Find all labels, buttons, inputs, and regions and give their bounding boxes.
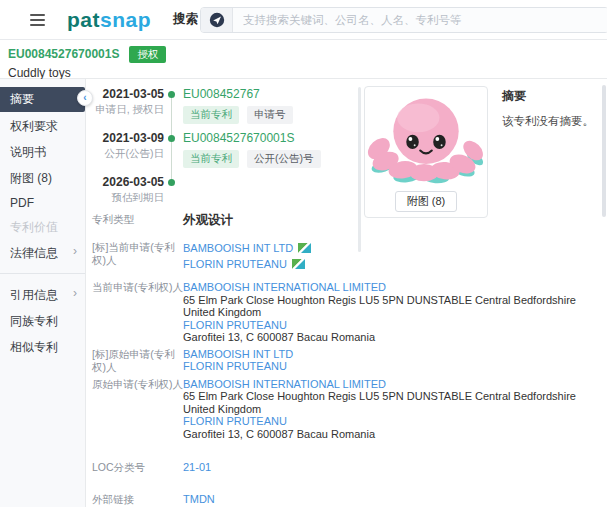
sidebar-item-label: 专利价值 xyxy=(10,220,58,234)
applicant-link[interactable]: BAMBOOISH INT LTD xyxy=(183,348,293,360)
search-input[interactable] xyxy=(233,8,607,32)
address-line: 65 Elm Park Close Houghton Regis LU5 5PN… xyxy=(183,294,576,307)
octopus-plush-image xyxy=(365,89,487,189)
sidebar-divider xyxy=(0,273,85,274)
collapse-sidebar-button[interactable]: ‹ xyxy=(77,90,93,106)
body: 摘要权利要求说明书附图 (8)PDF专利价值法律信息›引用信息›同族专利相似专利… xyxy=(0,79,607,507)
event-badge: 当前专利 xyxy=(183,150,239,168)
field-patent-type: 专利类型 外观设计 xyxy=(92,213,607,227)
original-applicant-std-value: BAMBOOISH INT LTDFLORIN PRUTEANU xyxy=(183,348,293,374)
field-label: 当前申请(专利权)人 xyxy=(92,281,183,344)
event-date: 2021-03-05 xyxy=(92,87,164,102)
bib-fields: 专利类型 外观设计 [标]当前申请(专利权)人 BAMBOOISH INT LT… xyxy=(86,213,607,506)
patent-number: EU0084527670001S xyxy=(8,47,119,61)
patsnap-patent-detail-page: patsnap 搜索 工作空间 EU0084527670001S 授权 Cudd… xyxy=(0,0,607,507)
company-flag-icon xyxy=(292,258,305,273)
sidebar-list: 摘要权利要求说明书附图 (8)PDF专利价值法律信息›引用信息›同族专利相似专利 xyxy=(0,87,85,359)
applicant-link[interactable]: FLORIN PRUTEANU xyxy=(183,258,287,270)
applicant-link[interactable]: BAMBOOISH INTERNATIONAL LIMITED xyxy=(183,378,386,390)
timeline-event: 2021-03-09公开(公告)日EU0084527670001S当前专利公开(… xyxy=(92,131,607,171)
sidebar-item-[interactable]: 说明书 xyxy=(0,141,85,164)
address-text: United Kingdom xyxy=(183,403,261,415)
patent-drawing-card[interactable]: 附图 (8) xyxy=(364,86,488,218)
sidebar-item-pdf[interactable]: PDF xyxy=(0,193,85,213)
logo-snap: snap xyxy=(100,8,151,31)
nav-search[interactable]: 搜索 xyxy=(173,11,198,28)
event-date-label: 预估到期日 xyxy=(92,190,164,205)
event-date: 2026-03-05 xyxy=(92,175,164,190)
page-scrollbar[interactable] xyxy=(602,85,606,217)
sidebar-item-[interactable]: 权利要求 xyxy=(0,115,85,138)
sidebar-item-label: 说明书 xyxy=(10,145,46,159)
event-badge: 申请号 xyxy=(247,106,293,124)
drawings-button[interactable]: 附图 (8) xyxy=(395,191,458,212)
applicant-link[interactable]: FLORIN PRUTEANU xyxy=(183,415,287,427)
field-label: 原始申请(专利权)人 xyxy=(92,378,183,441)
field-label: LOC分类号 xyxy=(92,461,183,474)
abstract-text: 该专利没有摘要。 xyxy=(502,114,607,129)
event-date: 2021-03-09 xyxy=(92,131,164,146)
applicant-link-line: BAMBOOISH INT LTD xyxy=(183,241,311,257)
field-external-link: 外部链接 TMDN xyxy=(92,493,607,506)
field-current-applicant: 当前申请(专利权)人 BAMBOOISH INTERNATIONAL LIMIT… xyxy=(92,281,607,344)
sidebar-item-[interactable]: 同族专利 xyxy=(0,310,85,333)
applicant-link-line: FLORIN PRUTEANU xyxy=(183,257,311,273)
applicant-link-line: BAMBOOISH INT LTD xyxy=(183,348,293,361)
sidebar: 摘要权利要求说明书附图 (8)PDF专利价值法律信息›引用信息›同族专利相似专利… xyxy=(0,79,86,507)
logo-pat: pat xyxy=(67,8,100,31)
abstract-title: 摘要 xyxy=(502,88,607,105)
patent-type-value: 外观设计 xyxy=(183,213,233,227)
sidebar-item-label: 同族专利 xyxy=(10,314,58,328)
timeline-dot xyxy=(168,179,175,186)
address-line: 65 Elm Park Close Houghton Regis LU5 5PN… xyxy=(183,390,576,403)
applicant-link-line: FLORIN PRUTEANU xyxy=(183,319,576,332)
timeline-dot xyxy=(168,135,175,142)
event-patent-number[interactable]: EU008452767 xyxy=(183,87,301,102)
status-badge: 授权 xyxy=(129,46,166,63)
applicant-link[interactable]: BAMBOOISH INT LTD xyxy=(183,242,293,254)
address-text: United Kingdom xyxy=(183,306,261,318)
field-loc-class: LOC分类号 21-01 xyxy=(92,461,607,474)
external-link-tmdn[interactable]: TMDN xyxy=(183,493,215,505)
company-flag-icon xyxy=(298,242,311,257)
global-search-bar xyxy=(200,7,607,33)
fields-pane-scrollbar[interactable] xyxy=(358,87,361,252)
address-line: Garofitei 13, C 600087 Bacau Romania xyxy=(183,331,576,344)
sidebar-item-label: 法律信息 xyxy=(10,246,58,260)
sidebar-item-[interactable]: 相似专利 xyxy=(0,336,85,359)
event-badge: 当前专利 xyxy=(183,106,239,124)
chevron-right-icon: › xyxy=(73,244,77,258)
address-text: Garofitei 13, C 600087 Bacau Romania xyxy=(183,331,375,343)
menu-icon[interactable] xyxy=(30,11,45,29)
address-line: United Kingdom xyxy=(183,306,576,319)
event-patent-number[interactable]: EU0084527670001S xyxy=(183,131,329,146)
globe-icon[interactable] xyxy=(201,8,233,32)
original-applicant-value: BAMBOOISH INTERNATIONAL LIMITED65 Elm Pa… xyxy=(183,378,576,441)
sidebar-item-[interactable]: 法律信息› xyxy=(0,242,85,265)
loc-class-link[interactable]: 21-01 xyxy=(183,461,211,473)
address-line: Garofitei 13, C 600087 Bacau Romania xyxy=(183,428,576,441)
applicant-link[interactable]: BAMBOOISH INTERNATIONAL LIMITED xyxy=(183,281,386,293)
applicant-link[interactable]: FLORIN PRUTEANU xyxy=(183,360,287,372)
patent-title: Cuddly toys xyxy=(8,66,607,80)
event-date-label: 申请日, 授权日 xyxy=(92,102,164,117)
field-label: 外部链接 xyxy=(92,493,183,506)
sidebar-item-label: 引用信息 xyxy=(10,288,58,302)
sidebar-item-8[interactable]: 附图 (8) xyxy=(0,167,85,190)
patsnap-logo[interactable]: patsnap xyxy=(67,9,151,30)
field-current-applicant-std: [标]当前申请(专利权)人 BAMBOOISH INT LTDFLORIN PR… xyxy=(92,241,607,273)
timeline-event: 2026-03-05预估到期日 xyxy=(92,175,607,205)
current-applicant-std-value: BAMBOOISH INT LTDFLORIN PRUTEANU xyxy=(183,241,311,273)
main-content: 2021-03-05申请日, 授权日EU008452767当前专利申请号2021… xyxy=(86,79,607,507)
sidebar-item-label: 摘要 xyxy=(10,92,34,106)
patent-header-bar: EU0084527670001S 授权 Cuddly toys xyxy=(0,40,607,79)
sidebar-item-label: 附图 (8) xyxy=(10,171,52,185)
sidebar-item-label: 相似专利 xyxy=(10,340,58,354)
field-label: [标]当前申请(专利权)人 xyxy=(92,241,183,273)
field-label: 专利类型 xyxy=(92,213,183,227)
applicant-link[interactable]: FLORIN PRUTEANU xyxy=(183,319,287,331)
sidebar-item-[interactable]: 引用信息› xyxy=(0,284,85,307)
sidebar-item-[interactable]: 摘要 xyxy=(0,87,85,112)
field-original-applicant: 原始申请(专利权)人 BAMBOOISH INTERNATIONAL LIMIT… xyxy=(92,378,607,441)
applicant-link-line: FLORIN PRUTEANU xyxy=(183,415,576,428)
